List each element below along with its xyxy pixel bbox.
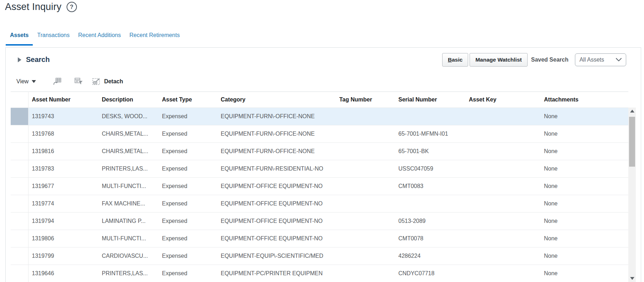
tab-transactions[interactable]: Transactions: [33, 31, 74, 46]
cell-attachments: None: [540, 160, 628, 178]
table-row[interactable]: 1319806MULTI-FUNCTI...ExpensedEQUIPMENT-…: [11, 230, 628, 247]
table-row[interactable]: 1319743DESKS, WOOD...ExpensedEQUIPMENT-F…: [11, 108, 628, 125]
cell-asset-number: 1319816: [28, 143, 98, 160]
basic-button[interactable]: Basic: [442, 53, 468, 67]
table-row[interactable]: 1319783PRINTERS,LAS...ExpensedEQUIPMENT-…: [11, 160, 628, 178]
table-row[interactable]: 1319768CHAIRS,METAL...ExpensedEQUIPMENT-…: [11, 125, 628, 143]
cell-serial-number: 65-7001-BK: [395, 143, 465, 160]
cell-serial-number: CMT0078: [395, 230, 465, 247]
cell-asset-type: Expensed: [158, 108, 217, 125]
scroll-up-button[interactable]: [628, 108, 636, 115]
row-selector-cell[interactable]: [11, 160, 28, 178]
cell-asset-number: 1319783: [28, 160, 98, 178]
query-by-example-icon[interactable]: [74, 78, 83, 85]
cell-asset-number: 1319794: [28, 213, 98, 230]
cell-serial-number: 65-7001-MFMN-I01: [395, 125, 465, 143]
cell-asset-number: 1319774: [28, 195, 98, 213]
cell-serial-number: CNDYC07718: [395, 265, 465, 282]
cell-category: EQUIPMENT-OFFICE EQUIPMENT-NO: [217, 195, 336, 213]
cell-asset-type: Expensed: [158, 160, 217, 178]
column-header-asset-type[interactable]: Asset Type: [158, 92, 217, 108]
table-row[interactable]: 1319799CARDIOVASCU...ExpensedEQUIPMENT-E…: [11, 247, 628, 265]
row-selector-cell[interactable]: [11, 143, 28, 160]
cell-asset-key: [465, 230, 540, 247]
manage-watchlist-button[interactable]: Manage Watchlist: [470, 53, 527, 67]
cell-asset-type: Expensed: [158, 213, 217, 230]
detach-button[interactable]: Detach: [92, 78, 123, 85]
select-all-header-cell[interactable]: [11, 92, 28, 108]
cell-serial-number: 0513-2089: [395, 213, 465, 230]
page-header: Asset Inquiry ?: [5, 1, 77, 12]
cell-asset-number: 1319768: [28, 125, 98, 143]
asset-inquiry-page: Asset Inquiry ? AssetsTransactionsRecent…: [0, 0, 644, 282]
cell-serial-number: [395, 195, 465, 213]
cell-serial-number: USSC047059: [395, 160, 465, 178]
cell-tag-number: [336, 143, 395, 160]
cell-attachments: None: [540, 125, 628, 143]
cell-description: PRINTERS,LAS...: [98, 265, 158, 282]
cell-attachments: None: [540, 213, 628, 230]
table-row[interactable]: 1319794LAMINATING P...ExpensedEQUIPMENT-…: [11, 213, 628, 230]
tab-recent-additions[interactable]: Recent Additions: [74, 31, 125, 46]
column-header-attachments[interactable]: Attachments: [540, 92, 628, 108]
cell-description: MULTI-FUNCTI...: [98, 230, 158, 247]
search-section-toggle[interactable]: Search: [18, 56, 50, 64]
row-selector-cell[interactable]: [11, 125, 28, 143]
row-selector-cell[interactable]: [11, 247, 28, 265]
table-row[interactable]: 1319774FAX MACHINE...ExpensedEQUIPMENT-O…: [11, 195, 628, 213]
row-selector-cell[interactable]: [11, 213, 28, 230]
table-row[interactable]: 1319816CHAIRS,METAL...ExpensedEQUIPMENT-…: [11, 143, 628, 160]
detach-icon: [92, 78, 101, 85]
column-header-category[interactable]: Category: [217, 92, 336, 108]
row-selector-cell[interactable]: [11, 108, 28, 125]
cell-tag-number: [336, 160, 395, 178]
vertical-scrollbar[interactable]: [628, 108, 636, 282]
table-row[interactable]: 1319646PRINTERS,LAS...ExpensedEQUIPMENT-…: [11, 265, 628, 282]
cell-asset-key: [465, 160, 540, 178]
row-selector-cell[interactable]: [11, 265, 28, 282]
view-menu-label: View: [16, 78, 28, 85]
cell-attachments: None: [540, 247, 628, 265]
cell-asset-number: 1319806: [28, 230, 98, 247]
column-header-description[interactable]: Description: [98, 92, 158, 108]
cell-description: CARDIOVASCU...: [98, 247, 158, 265]
cell-asset-key: [465, 125, 540, 143]
tab-recent-retirements[interactable]: Recent Retirements: [125, 31, 184, 46]
cell-asset-key: [465, 108, 540, 125]
cell-tag-number: [336, 247, 395, 265]
search-controls: Basic Manage Watchlist Saved Search All …: [442, 53, 626, 67]
help-icon[interactable]: ?: [67, 2, 77, 12]
tab-assets[interactable]: Assets: [6, 31, 33, 46]
cell-asset-key: [465, 213, 540, 230]
cell-asset-key: [465, 178, 540, 195]
column-header-asset-key[interactable]: Asset Key: [465, 92, 540, 108]
tab-bar: AssetsTransactionsRecent AdditionsRecent…: [6, 31, 184, 46]
freeze-icon[interactable]: [53, 78, 62, 85]
cell-serial-number: CMT0083: [395, 178, 465, 195]
view-menu-button[interactable]: View: [16, 78, 36, 85]
cell-asset-type: Expensed: [158, 178, 217, 195]
row-selector-cell[interactable]: [11, 230, 28, 247]
disclosure-triangle-icon[interactable]: [18, 57, 21, 62]
table-row[interactable]: 1319677MULTI-FUNCTI...ExpensedEQUIPMENT-…: [11, 178, 628, 195]
cell-tag-number: [336, 178, 395, 195]
page-title: Asset Inquiry: [5, 1, 62, 12]
saved-search-value: All Assets: [580, 57, 604, 63]
cell-asset-number: 1319799: [28, 247, 98, 265]
scroll-down-button[interactable]: [628, 275, 636, 282]
cell-description: DESKS, WOOD...: [98, 108, 158, 125]
column-header-asset-number[interactable]: Asset Number: [28, 92, 98, 108]
cell-tag-number: [336, 125, 395, 143]
cell-serial-number: 4286224: [395, 247, 465, 265]
dropdown-arrow-icon: [32, 80, 36, 83]
cell-category: EQUIPMENT-OFFICE EQUIPMENT-NO: [217, 213, 336, 230]
column-header-tag-number[interactable]: Tag Number: [336, 92, 395, 108]
table-header-row: Asset NumberDescriptionAsset TypeCategor…: [11, 92, 628, 108]
row-selector-cell[interactable]: [11, 195, 28, 213]
scrollbar-thumb[interactable]: [629, 117, 635, 167]
cell-attachments: None: [540, 265, 628, 282]
saved-search-select[interactable]: All Assets: [575, 53, 626, 66]
cell-category: EQUIPMENT-PC/PRINTER EQUIPMEN: [217, 265, 336, 282]
column-header-serial-number[interactable]: Serial Number: [395, 92, 465, 108]
row-selector-cell[interactable]: [11, 178, 28, 195]
